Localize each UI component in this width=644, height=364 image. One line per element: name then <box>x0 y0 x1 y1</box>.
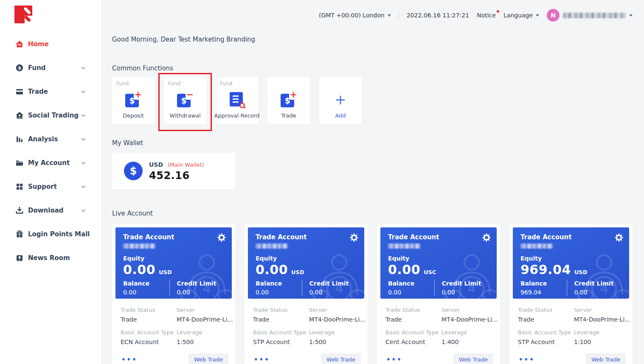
my-account-icon <box>15 159 24 167</box>
gear-icon[interactable] <box>614 233 624 242</box>
more-actions-button[interactable]: ••• <box>121 356 138 364</box>
sidebar-item-label: Login Points Mall <box>28 230 90 238</box>
web-trade-button[interactable]: Web Trade <box>321 353 361 364</box>
more-actions-button[interactable]: ••• <box>254 356 270 364</box>
sidebar-item-my-account[interactable]: My Account <box>0 151 101 175</box>
chevron-down-icon <box>388 14 391 17</box>
common-functions-row: Fund $+ Deposit Fund $− Withdrawal Fund … <box>112 77 633 124</box>
wallet-tag: (Main Wallet) <box>168 162 204 168</box>
account-summary-panel: 4 Trade Account <box>380 227 497 299</box>
function-card-approval-record[interactable]: Fund Approval Record <box>216 77 258 124</box>
basic-account-type-value: Cent Account <box>385 339 442 345</box>
sidebar-item-trade[interactable]: Trade <box>0 80 101 104</box>
balance-value: 0.00 <box>256 289 302 296</box>
balance-value: 0.00 <box>123 289 169 296</box>
trade-account-label: Trade Account <box>520 233 622 241</box>
function-card-deposit[interactable]: Fund $+ Deposit <box>112 77 155 124</box>
datetime: 2022.06.16 11:27:21 <box>407 12 470 19</box>
chevron-down-icon <box>81 160 86 166</box>
sidebar-item-label: My Account <box>28 159 70 167</box>
live-account-row: 4 Trade Account <box>112 224 633 364</box>
account-number-redacted <box>520 244 553 249</box>
trade-status-label: Trade Status <box>121 307 177 313</box>
sidebar-item-fund[interactable]: $ Fund <box>0 56 101 80</box>
trade-status-label: Trade Status <box>385 307 442 313</box>
function-card-withdrawal[interactable]: Fund $− Withdrawal <box>164 77 206 124</box>
credit-limit-value: 0.00 <box>177 289 224 296</box>
sidebar-item-label: Analysis <box>28 135 58 143</box>
equity-label: Equity <box>256 255 357 262</box>
more-actions-button[interactable]: ••• <box>386 356 402 364</box>
equity-label: Equity <box>123 255 224 262</box>
gear-icon[interactable] <box>482 233 491 242</box>
web-trade-button[interactable]: Web Trade <box>586 353 626 364</box>
language-selector[interactable]: Language <box>503 12 539 19</box>
sidebar-item-news-room[interactable]: News Room <box>0 246 101 270</box>
function-card-trade[interactable]: $+ Trade <box>267 77 310 124</box>
trade-account-label: Trade Account <box>388 233 489 241</box>
avatar: N <box>547 9 560 22</box>
trade-status-label: Trade Status <box>253 307 309 313</box>
wallet-amount: 452.16 <box>149 170 204 182</box>
server-value: MT4-DooPrime-Li... <box>442 316 493 323</box>
sidebar-item-social-trading[interactable]: Social Trading <box>0 104 101 127</box>
dollar-circle-icon: $ <box>124 162 143 180</box>
brand-logo[interactable] <box>14 5 101 25</box>
credit-limit-label: Credit Limit <box>574 280 622 287</box>
wallet-card[interactable]: $ USD (Main Wallet) 452.16 <box>112 153 235 189</box>
live-account-card: 4 Trade Account <box>509 224 633 364</box>
sidebar-item-analysis[interactable]: Analysis <box>0 127 101 151</box>
credit-limit-value: 0.00 <box>442 289 489 296</box>
basic-account-type-value: STP Account <box>518 339 574 345</box>
credit-limit-label: Credit Limit <box>177 280 224 287</box>
approval-record-icon <box>228 91 245 109</box>
wallet-currency: USD <box>149 161 163 168</box>
basic-account-type-label: Basic Account Type <box>385 329 442 336</box>
equity-value: 0.00 <box>256 262 288 277</box>
timezone-selector[interactable]: (GMT +00:00) London <box>319 12 391 19</box>
server-label: Server <box>177 307 228 313</box>
server-label: Server <box>309 307 361 313</box>
withdrawal-icon: $− <box>177 91 194 109</box>
sidebar-item-home[interactable]: Home <box>0 32 101 56</box>
support-icon <box>15 182 24 191</box>
function-card-category: Fund <box>116 81 129 87</box>
common-functions-title: Common Functions <box>112 64 633 72</box>
web-trade-button[interactable]: Web Trade <box>453 353 493 364</box>
notice-label: Notice <box>477 12 496 19</box>
balance-label: Balance <box>520 280 567 287</box>
function-card-label: Deposit <box>123 112 144 119</box>
sidebar-item-login-points-mall[interactable]: Login Points Mall <box>0 222 101 246</box>
live-account-title: Live Account <box>112 210 633 217</box>
main-content: (GMT +00:00) London 2022.06.16 11:27:21 … <box>102 0 644 364</box>
leverage-label: Leverage <box>309 329 361 336</box>
sidebar-menu: Home $ Fund Trade Social Trading Analysi… <box>0 32 101 270</box>
function-card-add[interactable]: + Add <box>319 77 362 124</box>
sidebar-item-label: Fund <box>28 64 46 72</box>
function-card-label: Add <box>335 112 346 119</box>
notice-link[interactable]: Notice <box>477 12 496 19</box>
leverage-label: Leverage <box>177 329 228 336</box>
sidebar: Home $ Fund Trade Social Trading Analysi… <box>0 0 102 364</box>
gear-icon[interactable] <box>349 233 359 242</box>
trade-status-value: Trade <box>385 316 442 323</box>
basic-account-type-value: ECN Account <box>121 339 177 345</box>
equity-label: Equity <box>388 255 489 262</box>
balance-value: 0.00 <box>388 289 434 296</box>
leverage-value: 1:500 <box>309 339 361 345</box>
account-summary-panel: 4 Trade Account <box>115 227 232 299</box>
web-trade-button[interactable]: Web Trade <box>188 353 228 364</box>
gear-icon[interactable] <box>217 233 226 242</box>
function-card-category: Fund <box>168 81 180 87</box>
credit-limit-value: 0.00 <box>574 289 622 296</box>
sidebar-item-download[interactable]: Download <box>0 199 101 222</box>
account-summary-panel: 4 Trade Account <box>513 227 629 299</box>
trade-fund-icon: $+ <box>280 91 297 109</box>
sidebar-item-support[interactable]: Support <box>0 175 101 199</box>
sidebar-item-label: Home <box>28 40 49 48</box>
more-actions-button[interactable]: ••• <box>519 356 535 364</box>
user-menu[interactable]: N <box>547 9 633 22</box>
server-value: MT4-DooPrime-Li... <box>177 316 228 323</box>
fund-icon: $ <box>15 64 24 72</box>
leverage-label: Leverage <box>574 329 626 336</box>
